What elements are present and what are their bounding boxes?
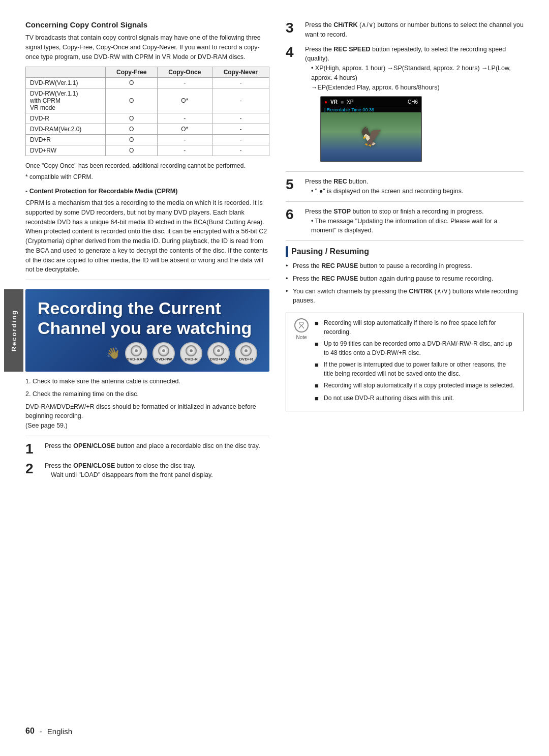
step3-text: Press the CH/TRK (∧/∨) buttons or number… [305,21,524,38]
note-bullet: ■ [315,394,321,404]
table-cell-media: DVD-RW(Ver.1.1) [26,78,106,88]
table-header-copy-free: Copy-Free [106,67,158,78]
table-cell-free: O [106,135,158,145]
cprm-heading: - Content Protection for Recordable Medi… [25,187,269,196]
table-cell-once: - [157,145,212,156]
table-cell-media: DVD-R [26,113,106,124]
right-column: 3 Press the CH/TRK (∧/∨) buttons or numb… [286,20,524,716]
note-circle-icon [294,318,309,332]
tv-speed: XP [347,98,353,106]
step1: 1 Press the OPEN/CLOSE button and place … [25,441,269,457]
step1-num: 1 [25,441,40,457]
disc-icon-dvd-ram: DVD-RAM [125,342,147,365]
table-cell-never: - [212,88,269,113]
step5-text: Press the REC button. [305,178,368,185]
pausing-bar-icon [286,246,288,257]
pausing-bullet3-text: You can switch channels by pressing the … [293,287,524,306]
copy-note2: * compatible with CPRM. [25,172,269,182]
tv-bird-area: 🦅 [321,112,421,161]
disc-icon-dvdplusr: DVD+R [235,342,257,365]
note-items: ■ Recording will stop automatically if t… [315,318,516,406]
note-item5: ■ Do not use DVD-R authoring discs with … [315,394,516,404]
step2-content: Press the OPEN/CLOSE button to close the… [45,461,269,480]
note-item3: ■ If the power is interrupted due to pow… [315,360,516,378]
pausing-bullet2-text: Press the REC PAUSE button again during … [293,274,493,284]
note-item2: ■ Up to 99 titles can be recorded onto a… [315,339,516,357]
table-header-copy-never: Copy-Never [212,67,269,78]
table-cell-never: - [212,124,269,135]
tv-mode: VR [330,98,338,106]
step3-num: 3 [286,20,300,40]
table-row: DVD-RAM(Ver.2.0) O O* - [26,124,269,135]
step6-content: Press the STOP button to stop or finish … [305,207,524,235]
copy-control-heading: Concerning Copy Control Signals [25,20,269,29]
prereq1: 1. Check to make sure the antenna cable … [25,377,269,386]
divider2 [25,436,269,436]
table-row: DVD+R O - - [26,135,269,145]
disc-icon-dvdplusrw: DVD+RW [207,342,230,365]
step1-content: Press the OPEN/CLOSE button and place a … [45,441,269,457]
table-cell-never: - [212,145,269,156]
note-bullet: ■ [315,381,321,391]
note-item3-text: If the power is interrupted due to power… [324,360,516,378]
cprm-para: CPRM is a mechanism that ties a recordin… [25,198,269,275]
step3-content: Press the CH/TRK (∧/∨) buttons or number… [305,20,524,40]
banner-line2: Channel you are watching [38,318,252,338]
table-cell-once: - [157,113,212,124]
divider5 [286,240,524,241]
step1-text: Press the OPEN/CLOSE button and place a … [45,442,260,449]
side-label-text: Recording [10,310,18,351]
step2-num: 2 [25,461,40,480]
table-cell-never: - [212,78,269,88]
note-item4-text: Recording will stop automatically if a c… [324,381,514,391]
note-item2-text: Up to 99 titles can be recorded onto a D… [324,339,516,357]
divider [25,280,269,280]
note-bullet: ■ [315,360,321,378]
table-row: DVD-RW(Ver.1.1)with CPRMVR mode O O* - [26,88,269,113]
tv-bird-icon: 🦅 [360,123,383,150]
tv-screen: ● VR ■ XP CH6 | Recordable Time 00:36 🦅 [320,96,422,162]
step4-content: Press the REC SPEED button repeatedly, t… [305,45,524,167]
note-box: Note ■ Recording will stop automatically… [286,313,524,411]
footer-separator: - [40,727,42,736]
pausing-bullet1-text: Press the REC PAUSE button to pause a re… [293,261,472,271]
table-cell-media: DVD-RW(Ver.1.1)with CPRMVR mode [26,88,106,113]
note-item1: ■ Recording will stop automatically if t… [315,318,516,337]
table-cell-once: O* [157,88,212,113]
note-bullet: ■ [315,318,321,337]
disc-icon-dvd-rw: DVD-RW [152,342,175,365]
step6-bullet: • The message "Updating the information … [311,217,524,236]
note-icon-area: Note [293,318,310,406]
divider4 [286,201,524,202]
pausing-bullet1: • Press the REC PAUSE button to pause a … [286,261,524,271]
step6-text: Press the STOP button to stop or finish … [305,208,483,215]
note-item4: ■ Recording will stop automatically if a… [315,381,516,391]
copy-note1: Once "Copy Once" has been recorded, addi… [25,161,269,170]
banner-disc-icons: 👋 DVD-RAM DVD-RW DVD-R [38,342,257,365]
step2-sub: Wait until "LOAD" disappears from the fr… [51,470,269,480]
page: Concerning Copy Control Signals TV broad… [0,0,549,756]
pausing-bullet3: • You can switch channels by pressing th… [286,287,524,306]
copy-control-para: TV broadcasts that contain copy control … [25,33,269,62]
table-row: DVD-R O - - [26,113,269,124]
bullet-dot: • [286,287,290,306]
divider3 [286,171,524,172]
tv-ch: CH6 [408,98,418,106]
table-cell-media: DVD+R [26,135,106,145]
step4: 4 Press the REC SPEED button repeatedly,… [286,45,524,167]
table-cell-media: DVD+RW [26,145,106,156]
note-label: Note [296,334,307,342]
rec-icon: ● [324,98,327,106]
prereq3: DVD-RAM/DVD±RW/+R discs should be format… [25,402,269,431]
step5: 5 Press the REC button. • " ●" is displa… [286,177,524,196]
step6-num: 6 [286,207,300,235]
table-cell-free: O [106,78,158,88]
recording-banner: Recording the Current Channel you are wa… [25,289,269,372]
prereq2: 2. Check the remaining time on the disc. [25,389,269,399]
pausing-title: Pausing / Resuming [291,247,369,256]
table-cell-free: O [106,113,158,124]
note-item1-text: Recording will stop automatically if the… [324,318,516,337]
table-cell-media: DVD-RAM(Ver.2.0) [26,124,106,135]
table-cell-once: O* [157,124,212,135]
table-cell-free: O [106,88,158,113]
